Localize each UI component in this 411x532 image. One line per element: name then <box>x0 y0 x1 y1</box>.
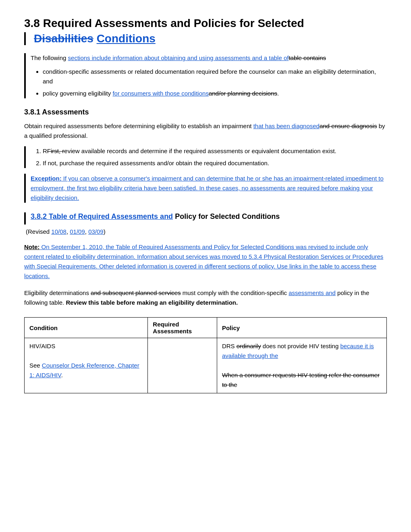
col-required-assessments: Required Assessments <box>148 318 217 338</box>
intro-strikethrough: table contains <box>289 54 326 61</box>
intro-block: The following sections include informati… <box>24 53 387 98</box>
conditions-table: Condition Required Assessments Policy HI… <box>24 317 387 393</box>
revised-1008[interactable]: 10/08 <box>51 228 66 235</box>
page-title: 3.8 Required Assessments and Policies fo… <box>24 16 387 31</box>
step1-strike: First, r <box>47 148 64 154</box>
table-cell-condition: HIV/AIDS See Counselor Desk Reference, C… <box>25 338 148 393</box>
steps-block: RFirst, review available records and det… <box>24 146 387 168</box>
section-382-left-bar <box>24 212 26 224</box>
intro-text-before: The following <box>31 54 68 61</box>
table-cell-assessments <box>148 338 217 393</box>
ordinarily-strikethrough: ordinarily <box>237 343 261 349</box>
revised-0109[interactable]: 01/09 <box>70 228 85 235</box>
section-381-para: Obtain required assessments before deter… <box>24 121 387 141</box>
section-382-normal: Policy for Selected Conditions <box>173 212 280 220</box>
bullet-item-2: policy governing eligibility for consume… <box>43 89 387 98</box>
intro-paragraph: The following sections include informati… <box>31 53 387 63</box>
note-block: Note: On September 1, 2010, the Table of… <box>24 242 387 281</box>
note-link[interactable]: On September 1, 2010, the Table of Requi… <box>24 243 383 279</box>
table-header-row: Condition Required Assessments Policy <box>25 318 387 338</box>
eligibility-strikethrough: and subsequent planned services <box>91 289 181 296</box>
col-condition: Condition <box>25 318 148 338</box>
subtitle-conditions-link[interactable]: Conditions <box>97 32 156 45</box>
assessments-link[interactable]: assessments and <box>289 289 336 296</box>
exception-para: Exception: If you can observe a consumer… <box>31 174 387 203</box>
section-382-heading: 3.8.2 Table of Required Assessments and … <box>31 212 280 221</box>
step-1: RFirst, review available records and det… <box>43 146 387 156</box>
ensure-diagnosis-strike: and ensure diagnosis <box>320 123 377 129</box>
subtitle-strikethrough: Disabilities <box>34 32 93 45</box>
step-2: If not, purchase the required assessment… <box>43 158 387 168</box>
consumer-request-strikethrough: When a consumer requests HIV testing ref… <box>222 372 380 388</box>
section-382-link[interactable]: 3.8.2 Table of Required Assessments and <box>31 212 173 220</box>
section-381-heading: 3.8.1 Assessments <box>24 108 387 116</box>
review-bold: Review this table before making an eligi… <box>66 299 238 306</box>
assess-text-before: Obtain required assessments before deter… <box>24 123 253 129</box>
note-label: Note: <box>24 243 39 250</box>
col-policy: Policy <box>217 318 386 338</box>
table-row: HIV/AIDS See Counselor Desk Reference, C… <box>25 338 387 393</box>
exception-label: Exception: <box>31 175 62 182</box>
step1-R: R <box>43 148 47 154</box>
table-cell-policy: DRS ordinarily does not provide HIV test… <box>217 338 386 393</box>
page-subtitle: Disabilities Conditions <box>24 32 387 45</box>
intro-bullet-list: condition-specific assessments or relate… <box>43 67 387 98</box>
intro-link[interactable]: sections include information about obtai… <box>68 54 289 61</box>
bullet-item-1: condition-specific assessments or relate… <box>43 67 387 86</box>
section-382-container: 3.8.2 Table of Required Assessments and … <box>24 212 387 224</box>
revised-0309[interactable]: 03/09 <box>88 228 104 235</box>
diagnosed-link[interactable]: that has been diagnosed <box>253 123 320 129</box>
bullet2-link[interactable]: for consumers with those conditions <box>112 90 208 97</box>
bullet2-strikethrough: and/or planning decisions <box>209 90 277 97</box>
exception-block: Exception: If you can observe a consumer… <box>24 174 387 203</box>
eligibility-para: Eligibility determinations and subsequen… <box>24 288 387 308</box>
exception-link[interactable]: If you can observe a consumer's impairme… <box>31 175 384 201</box>
revised-line: (Revised 10/08, 01/09, 03/09) <box>24 227 387 237</box>
steps-list: RFirst, review available records and det… <box>43 146 387 168</box>
counselor-desk-ref-link[interactable]: Counselor Desk Reference, Chapter 1: AID… <box>29 362 139 378</box>
